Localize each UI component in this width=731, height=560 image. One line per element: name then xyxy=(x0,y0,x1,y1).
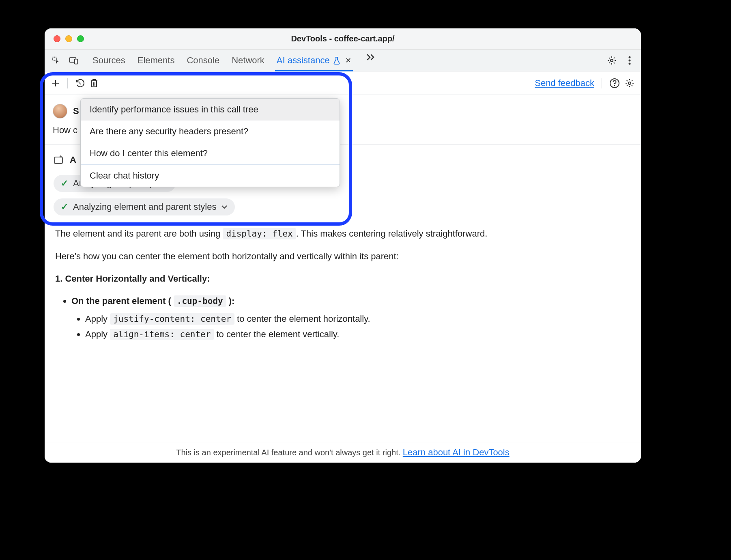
window-zoom-button[interactable] xyxy=(77,35,84,42)
list-item: Apply justify-content: center to center … xyxy=(85,311,630,327)
close-tab-icon[interactable]: ✕ xyxy=(345,56,351,65)
history-item[interactable]: Identify performance issues in this call… xyxy=(81,99,340,121)
window-title: DevTools - coffee-cart.app/ xyxy=(45,34,641,43)
code-justify-content: justify-content: center xyxy=(110,313,234,325)
step-pill-analyzing-styles[interactable]: ✓ Analyzing element and parent styles xyxy=(54,198,235,215)
history-button[interactable] xyxy=(75,78,85,88)
tab-console[interactable]: Console xyxy=(187,50,219,71)
response-heading-1: 1. Center Horizontally and Vertically: xyxy=(55,271,630,286)
more-tabs-icon[interactable] xyxy=(363,50,378,64)
footer-disclaimer: This is an experimental AI feature and w… xyxy=(45,442,641,463)
tab-elements[interactable]: Elements xyxy=(138,50,175,71)
learn-more-link[interactable]: Learn about AI in DevTools xyxy=(403,447,510,457)
ai-response-content: The element and its parent are both usin… xyxy=(45,219,641,355)
send-feedback-link[interactable]: Send feedback xyxy=(535,78,594,88)
list-item: On the parent element ( .cup-body ): App… xyxy=(71,293,630,342)
response-paragraph-2: Here's how you can center the element bo… xyxy=(55,249,630,264)
svg-point-14 xyxy=(628,82,631,84)
delete-button[interactable] xyxy=(90,78,99,88)
toolbar-separator-2 xyxy=(602,78,602,88)
svg-point-5 xyxy=(629,56,631,58)
tab-network[interactable]: Network xyxy=(232,50,264,71)
ai-panel-toolbar: Send feedback xyxy=(45,71,641,95)
response-paragraph-1: The element and its parent are both usin… xyxy=(55,226,630,241)
flask-icon xyxy=(333,56,340,65)
history-item[interactable]: How do I center this element? xyxy=(81,142,340,164)
ai-label-initial: A xyxy=(70,155,76,165)
user-name-initial: S xyxy=(73,106,79,116)
tab-ai-assistance[interactable]: AI assistance ✕ xyxy=(277,50,351,71)
window-minimize-button[interactable] xyxy=(65,35,72,42)
svg-point-4 xyxy=(611,59,613,62)
help-icon[interactable] xyxy=(609,78,620,88)
titlebar: DevTools - coffee-cart.app/ xyxy=(45,28,641,50)
settings-gear-icon[interactable] xyxy=(604,53,619,68)
response-list: On the parent element ( .cup-body ): App… xyxy=(71,293,630,342)
clear-history-item[interactable]: Clear chat history xyxy=(81,165,340,187)
code-cup-body: .cup-body xyxy=(174,295,226,307)
svg-rect-2 xyxy=(75,59,78,64)
new-chat-button[interactable] xyxy=(51,79,60,88)
check-icon: ✓ xyxy=(61,178,68,189)
history-dropdown: Identify performance issues in this call… xyxy=(80,98,340,187)
tab-sources[interactable]: Sources xyxy=(92,50,125,71)
inspect-icon[interactable] xyxy=(49,53,63,68)
traffic-lights xyxy=(45,35,84,42)
toolbar-separator xyxy=(67,78,68,88)
svg-point-7 xyxy=(629,62,631,65)
svg-rect-15 xyxy=(54,157,62,164)
kebab-menu-icon[interactable] xyxy=(622,53,637,68)
device-toolbar-icon[interactable] xyxy=(67,53,81,68)
devtools-window: DevTools - coffee-cart.app/ Sources Elem… xyxy=(45,28,641,463)
window-close-button[interactable] xyxy=(54,35,60,42)
svg-point-13 xyxy=(614,85,615,86)
step-label: Analyzing element and parent styles xyxy=(73,202,216,212)
tab-ai-label: AI assistance xyxy=(277,55,330,66)
check-icon: ✓ xyxy=(61,202,68,212)
list-item: Apply align-items: center to center the … xyxy=(85,327,630,342)
user-avatar xyxy=(53,104,67,118)
code-align-items: align-items: center xyxy=(110,329,214,340)
svg-point-6 xyxy=(629,59,631,61)
disclaimer-text: This is an experimental AI feature and w… xyxy=(176,448,403,457)
ai-sparkle-icon xyxy=(53,154,65,166)
code-display-flex: display: flex xyxy=(223,228,296,239)
chevron-down-icon xyxy=(221,205,228,209)
panel-settings-icon[interactable] xyxy=(625,78,634,88)
tabs-list: Sources Elements Console Network AI assi… xyxy=(92,50,378,71)
history-item[interactable]: Are there any security headers present? xyxy=(81,121,340,142)
devtools-tabbar: Sources Elements Console Network AI assi… xyxy=(45,50,641,71)
